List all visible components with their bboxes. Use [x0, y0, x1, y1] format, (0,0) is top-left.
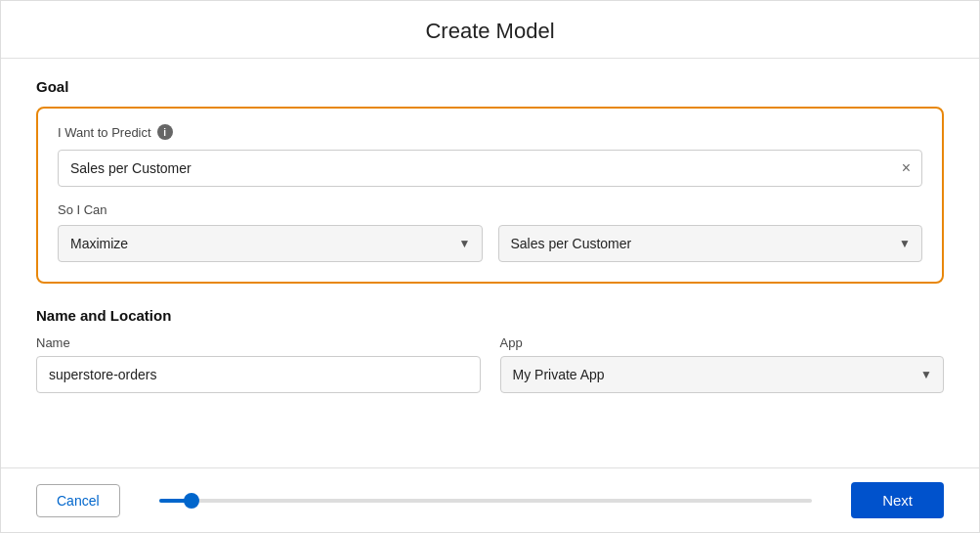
- name-location-label: Name and Location: [36, 307, 944, 324]
- app-dropdown-wrapper: My Private App Shared App ▼: [500, 356, 945, 393]
- clear-predict-button[interactable]: ×: [902, 160, 911, 176]
- goal-section-label: Goal: [36, 78, 944, 95]
- create-model-dialog: Create Model Goal I Want to Predict i × …: [0, 0, 980, 533]
- dropdowns-row: Maximize Minimize ▼ Sales per Customer R…: [58, 225, 922, 262]
- metric-dropdown[interactable]: Sales per Customer Revenue Profit: [498, 225, 923, 262]
- modal-footer: Cancel Next: [1, 467, 979, 532]
- maximize-dropdown[interactable]: Maximize Minimize: [58, 225, 483, 262]
- progress-thumb: [184, 493, 199, 509]
- goal-box: I Want to Predict i × So I Can Maximize …: [36, 107, 944, 284]
- maximize-dropdown-wrapper: Maximize Minimize ▼: [58, 225, 483, 262]
- name-location-section: Name and Location Name App My Private Ap…: [36, 307, 944, 393]
- app-label: App: [500, 335, 945, 350]
- progress-track: [159, 499, 813, 503]
- progress-bar-wrapper: [159, 499, 813, 503]
- name-app-row: Name App My Private App Shared App ▼: [36, 335, 944, 393]
- name-field-group: Name: [36, 335, 481, 393]
- name-label: Name: [36, 335, 481, 350]
- app-dropdown[interactable]: My Private App Shared App: [500, 356, 945, 393]
- cancel-button[interactable]: Cancel: [36, 484, 120, 517]
- predict-input[interactable]: [58, 150, 922, 187]
- modal-body: Goal I Want to Predict i × So I Can Maxi…: [1, 59, 979, 467]
- app-field-group: App My Private App Shared App ▼: [500, 335, 945, 393]
- metric-dropdown-wrapper: Sales per Customer Revenue Profit ▼: [498, 225, 923, 262]
- info-icon[interactable]: i: [157, 124, 173, 140]
- name-input[interactable]: [36, 356, 481, 393]
- so-i-can-label: So I Can: [58, 202, 922, 217]
- next-button[interactable]: Next: [851, 482, 944, 518]
- modal-title: Create Model: [1, 19, 979, 44]
- predict-label: I Want to Predict: [58, 125, 151, 140]
- modal-header: Create Model: [1, 1, 979, 59]
- predict-label-row: I Want to Predict i: [58, 124, 922, 140]
- predict-input-wrapper: ×: [58, 150, 922, 187]
